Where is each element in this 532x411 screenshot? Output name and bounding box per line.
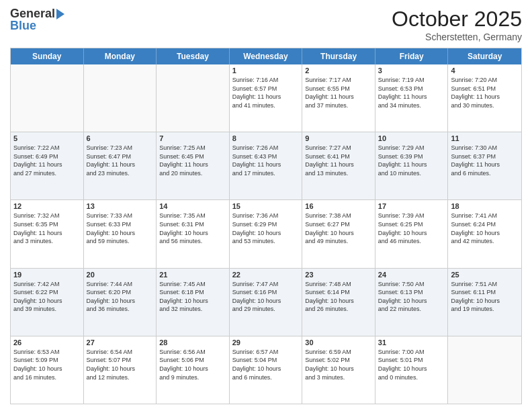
cell-info: Sunrise: 7:17 AM Sunset: 6:55 PM Dayligh… bbox=[305, 76, 372, 109]
logo-blue-text: Blue bbox=[10, 19, 36, 33]
calendar-cell: 17Sunrise: 7:39 AM Sunset: 6:25 PM Dayli… bbox=[375, 200, 449, 267]
cell-date: 29 bbox=[232, 338, 300, 347]
cell-date: 23 bbox=[305, 271, 372, 279]
cell-info: Sunrise: 7:50 AM Sunset: 6:13 PM Dayligh… bbox=[378, 280, 445, 314]
cell-date: 1 bbox=[232, 66, 300, 75]
cell-info: Sunrise: 7:45 AM Sunset: 6:18 PM Dayligh… bbox=[159, 280, 226, 314]
calendar-cell: 21Sunrise: 7:45 AM Sunset: 6:18 PM Dayli… bbox=[157, 269, 230, 336]
cell-info: Sunrise: 6:54 AM Sunset: 5:07 PM Dayligh… bbox=[87, 348, 154, 381]
cell-info: Sunrise: 7:35 AM Sunset: 6:31 PM Dayligh… bbox=[159, 212, 226, 245]
cell-date: 17 bbox=[378, 202, 445, 210]
calendar-cell: 8Sunrise: 7:26 AM Sunset: 6:43 PM Daylig… bbox=[230, 132, 303, 199]
calendar-cell: 7Sunrise: 7:25 AM Sunset: 6:45 PM Daylig… bbox=[157, 132, 230, 199]
calendar-cell: 30Sunrise: 6:59 AM Sunset: 5:02 PM Dayli… bbox=[302, 336, 375, 404]
calendar-cell: 22Sunrise: 7:47 AM Sunset: 6:16 PM Dayli… bbox=[230, 269, 303, 336]
cell-date: 18 bbox=[451, 202, 519, 210]
calendar-row: 19Sunrise: 7:42 AM Sunset: 6:22 PM Dayli… bbox=[11, 269, 521, 336]
month-title: October 2025 bbox=[392, 7, 522, 32]
calendar-cell: 10Sunrise: 7:29 AM Sunset: 6:39 PM Dayli… bbox=[375, 132, 449, 199]
cell-date: 9 bbox=[305, 134, 372, 142]
main-container: General Blue October 2025 Scherstetten, … bbox=[0, 0, 532, 411]
calendar-cell: 12Sunrise: 7:32 AM Sunset: 6:35 PM Dayli… bbox=[11, 200, 84, 267]
day-header-sunday: Sunday bbox=[11, 48, 84, 64]
header: General Blue October 2025 Scherstetten, … bbox=[10, 7, 522, 42]
calendar-cell: 13Sunrise: 7:33 AM Sunset: 6:33 PM Dayli… bbox=[84, 200, 157, 267]
calendar-cell: 28Sunrise: 6:56 AM Sunset: 5:06 PM Dayli… bbox=[157, 336, 230, 404]
cell-date: 10 bbox=[378, 134, 445, 142]
calendar-cell: 18Sunrise: 7:41 AM Sunset: 6:24 PM Dayli… bbox=[448, 200, 521, 267]
calendar-cell bbox=[11, 64, 84, 132]
cell-date: 30 bbox=[305, 338, 372, 347]
cell-info: Sunrise: 7:23 AM Sunset: 6:47 PM Dayligh… bbox=[87, 144, 154, 177]
calendar-cell: 26Sunrise: 6:53 AM Sunset: 5:09 PM Dayli… bbox=[11, 336, 84, 404]
cell-info: Sunrise: 7:00 AM Sunset: 5:01 PM Dayligh… bbox=[378, 348, 445, 381]
cell-date: 15 bbox=[232, 202, 300, 210]
cell-info: Sunrise: 7:25 AM Sunset: 6:45 PM Dayligh… bbox=[159, 144, 226, 177]
cell-info: Sunrise: 7:38 AM Sunset: 6:27 PM Dayligh… bbox=[305, 212, 372, 245]
calendar-row: 12Sunrise: 7:32 AM Sunset: 6:35 PM Dayli… bbox=[11, 200, 521, 268]
cell-info: Sunrise: 7:27 AM Sunset: 6:41 PM Dayligh… bbox=[305, 144, 372, 177]
calendar-cell: 16Sunrise: 7:38 AM Sunset: 6:27 PM Dayli… bbox=[302, 200, 375, 267]
cell-info: Sunrise: 7:44 AM Sunset: 6:20 PM Dayligh… bbox=[87, 280, 154, 314]
cell-date: 3 bbox=[378, 66, 445, 75]
title-section: October 2025 Scherstetten, Germany bbox=[392, 7, 522, 42]
cell-date: 16 bbox=[305, 202, 372, 210]
calendar-cell: 3Sunrise: 7:19 AM Sunset: 6:53 PM Daylig… bbox=[375, 64, 449, 132]
cell-info: Sunrise: 7:39 AM Sunset: 6:25 PM Dayligh… bbox=[378, 212, 445, 245]
cell-date: 7 bbox=[159, 134, 226, 142]
cell-date: 19 bbox=[13, 271, 81, 279]
cell-info: Sunrise: 7:33 AM Sunset: 6:33 PM Dayligh… bbox=[87, 212, 154, 245]
cell-info: Sunrise: 7:41 AM Sunset: 6:24 PM Dayligh… bbox=[451, 212, 519, 245]
day-header-saturday: Saturday bbox=[448, 48, 521, 64]
cell-info: Sunrise: 7:32 AM Sunset: 6:35 PM Dayligh… bbox=[13, 212, 81, 245]
calendar-row: 1Sunrise: 7:16 AM Sunset: 6:57 PM Daylig… bbox=[11, 64, 521, 132]
cell-info: Sunrise: 7:36 AM Sunset: 6:29 PM Dayligh… bbox=[232, 212, 300, 245]
calendar-row: 26Sunrise: 6:53 AM Sunset: 5:09 PM Dayli… bbox=[11, 336, 521, 404]
calendar-cell bbox=[84, 64, 157, 132]
cell-date: 20 bbox=[87, 271, 154, 279]
calendar-cell: 27Sunrise: 6:54 AM Sunset: 5:07 PM Dayli… bbox=[84, 336, 157, 404]
cell-date: 28 bbox=[159, 338, 226, 347]
calendar-cell: 29Sunrise: 6:57 AM Sunset: 5:04 PM Dayli… bbox=[230, 336, 303, 404]
calendar-body: 1Sunrise: 7:16 AM Sunset: 6:57 PM Daylig… bbox=[11, 64, 521, 404]
calendar-cell: 15Sunrise: 7:36 AM Sunset: 6:29 PM Dayli… bbox=[230, 200, 303, 267]
calendar-cell: 19Sunrise: 7:42 AM Sunset: 6:22 PM Dayli… bbox=[11, 269, 84, 336]
cell-date: 27 bbox=[87, 338, 154, 347]
calendar: SundayMondayTuesdayWednesdayThursdayFrid… bbox=[10, 48, 522, 404]
cell-date: 2 bbox=[305, 66, 372, 75]
cell-date: 26 bbox=[13, 338, 81, 347]
cell-date: 25 bbox=[451, 271, 519, 279]
calendar-cell: 14Sunrise: 7:35 AM Sunset: 6:31 PM Dayli… bbox=[157, 200, 230, 267]
cell-date: 21 bbox=[159, 271, 226, 279]
cell-info: Sunrise: 7:29 AM Sunset: 6:39 PM Dayligh… bbox=[378, 144, 445, 177]
cell-date: 31 bbox=[378, 338, 445, 347]
cell-info: Sunrise: 7:16 AM Sunset: 6:57 PM Dayligh… bbox=[232, 76, 300, 109]
calendar-cell: 6Sunrise: 7:23 AM Sunset: 6:47 PM Daylig… bbox=[84, 132, 157, 199]
calendar-header: SundayMondayTuesdayWednesdayThursdayFrid… bbox=[11, 48, 521, 64]
cell-info: Sunrise: 7:51 AM Sunset: 6:11 PM Dayligh… bbox=[451, 280, 519, 314]
day-header-thursday: Thursday bbox=[302, 48, 375, 64]
calendar-cell: 11Sunrise: 7:30 AM Sunset: 6:37 PM Dayli… bbox=[448, 132, 521, 199]
calendar-cell bbox=[157, 64, 230, 132]
cell-info: Sunrise: 7:47 AM Sunset: 6:16 PM Dayligh… bbox=[232, 280, 300, 314]
cell-info: Sunrise: 7:26 AM Sunset: 6:43 PM Dayligh… bbox=[232, 144, 300, 177]
cell-date: 11 bbox=[451, 134, 519, 142]
cell-info: Sunrise: 7:30 AM Sunset: 6:37 PM Dayligh… bbox=[451, 144, 519, 177]
calendar-cell: 4Sunrise: 7:20 AM Sunset: 6:51 PM Daylig… bbox=[448, 64, 521, 132]
calendar-cell: 2Sunrise: 7:17 AM Sunset: 6:55 PM Daylig… bbox=[302, 64, 375, 132]
calendar-cell: 9Sunrise: 7:27 AM Sunset: 6:41 PM Daylig… bbox=[302, 132, 375, 199]
cell-info: Sunrise: 7:48 AM Sunset: 6:14 PM Dayligh… bbox=[305, 280, 372, 314]
cell-info: Sunrise: 7:22 AM Sunset: 6:49 PM Dayligh… bbox=[13, 144, 81, 177]
cell-info: Sunrise: 7:20 AM Sunset: 6:51 PM Dayligh… bbox=[451, 76, 519, 109]
calendar-cell: 20Sunrise: 7:44 AM Sunset: 6:20 PM Dayli… bbox=[84, 269, 157, 336]
day-header-tuesday: Tuesday bbox=[157, 48, 230, 64]
cell-date: 13 bbox=[87, 202, 154, 210]
cell-date: 4 bbox=[451, 66, 519, 75]
logo-arrow-icon bbox=[56, 9, 64, 19]
cell-info: Sunrise: 6:57 AM Sunset: 5:04 PM Dayligh… bbox=[232, 348, 300, 381]
cell-info: Sunrise: 6:59 AM Sunset: 5:02 PM Dayligh… bbox=[305, 348, 372, 381]
calendar-cell: 31Sunrise: 7:00 AM Sunset: 5:01 PM Dayli… bbox=[375, 336, 449, 404]
cell-info: Sunrise: 7:19 AM Sunset: 6:53 PM Dayligh… bbox=[378, 76, 445, 109]
location-subtitle: Scherstetten, Germany bbox=[392, 32, 522, 42]
day-header-monday: Monday bbox=[84, 48, 157, 64]
